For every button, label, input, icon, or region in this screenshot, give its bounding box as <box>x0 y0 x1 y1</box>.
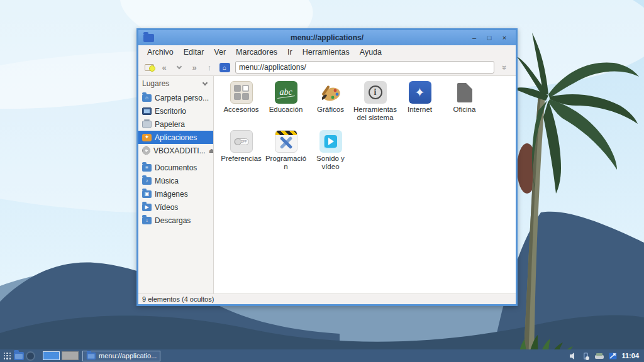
go-icon: » <box>500 65 509 69</box>
places-dropdown[interactable]: Lugares <box>138 76 213 91</box>
app-category-label: Accesorios <box>219 106 264 114</box>
forward-button[interactable]: » <box>187 60 201 74</box>
app-category-programacion[interactable]: Programación <box>264 130 308 177</box>
desktop: menu://applications/ – □ × Archivo Edita… <box>0 0 644 362</box>
network-icon[interactable] <box>609 352 617 360</box>
applications-icon: ✦ <box>142 134 152 141</box>
sidebar-item-music[interactable]: ♪ Música <box>138 174 213 187</box>
menu-ir[interactable]: Ir <box>282 47 297 58</box>
sidebar-item-home[interactable]: ⌂ Carpeta perso... <box>138 91 213 104</box>
chevron-down-icon <box>177 63 182 69</box>
close-button[interactable]: × <box>498 32 511 43</box>
menubar: Archivo Editar Ver Marcadores Ir Herrami… <box>138 45 516 59</box>
window-title: menu://applications/ <box>138 33 516 42</box>
sidebar-item-label: Descargas <box>155 216 191 225</box>
sidebar-item-label: VBOXADDITI... <box>153 146 206 155</box>
education-icon: abc <box>275 81 297 104</box>
clock[interactable]: 11:04 <box>621 352 639 359</box>
app-category-sonido-y-video[interactable]: Sonido y vídeo <box>308 130 353 177</box>
preferences-icon: OFF <box>230 130 253 153</box>
home-icon: ⌂ <box>219 63 230 72</box>
address-bar-input[interactable] <box>235 61 494 74</box>
workspace-2[interactable] <box>62 351 79 360</box>
back-button[interactable]: « <box>157 60 171 74</box>
history-dropdown-button[interactable] <box>172 60 186 74</box>
sidebar-item-label: Música <box>155 177 179 185</box>
home-button[interactable]: ⌂ <box>218 60 231 74</box>
new-tab-button[interactable] <box>142 60 156 74</box>
app-category-label: Oficina <box>442 106 487 114</box>
sound-video-icon <box>319 130 342 153</box>
trash-icon <box>142 121 152 128</box>
app-category-preferencias[interactable]: OFF Preferencias <box>219 130 264 177</box>
folder-icon <box>87 352 96 359</box>
app-menu-icon[interactable] <box>3 351 12 361</box>
sidebar-item-desktop[interactable]: Escritorio <box>138 104 213 118</box>
sidebar-item-vboxadditions[interactable]: VBOXADDITI... ⏏ <box>138 144 213 157</box>
places-label: Lugares <box>142 79 169 88</box>
menu-ayuda[interactable]: Ayuda <box>355 47 387 58</box>
titlebar[interactable]: menu://applications/ – □ × <box>138 30 516 45</box>
workspace-1[interactable] <box>43 351 60 360</box>
internet-icon: ✦ <box>409 81 431 104</box>
volume-icon[interactable] <box>569 352 577 360</box>
menu-editar[interactable]: Editar <box>179 47 209 58</box>
music-folder-icon: ♪ <box>142 177 152 185</box>
sidebar-item-label: Documentos <box>155 163 197 172</box>
app-category-accesorios[interactable]: Accesorios <box>219 81 264 128</box>
menu-herramientas[interactable]: Herramientas <box>297 47 355 58</box>
documents-folder-icon: ≡ <box>142 164 152 172</box>
sidebar-item-label: Escritorio <box>155 107 186 116</box>
file-manager-window: menu://applications/ – □ × Archivo Edita… <box>136 28 518 306</box>
app-category-educacion[interactable]: abc Educación <box>264 81 308 128</box>
sidebar-item-label: Imágenes <box>155 190 188 199</box>
videos-folder-icon: ▶ <box>142 204 152 211</box>
browser-launcher-icon[interactable] <box>26 351 35 361</box>
app-category-label: Herramientas del sistema <box>353 106 397 122</box>
chevron-down-icon <box>203 80 208 85</box>
sidebar-item-documents[interactable]: ≡ Documentos <box>138 161 213 174</box>
sidebar-item-applications[interactable]: ✦ Aplicaciones <box>138 131 213 144</box>
app-category-oficina[interactable]: Oficina <box>442 81 487 128</box>
pictures-folder-icon: ▣ <box>142 190 152 198</box>
power-manager-icon[interactable] <box>582 352 590 360</box>
sidebar-item-videos[interactable]: ▶ Vídeos <box>138 200 213 214</box>
sidebar-item-trash[interactable]: Papelera <box>138 118 213 131</box>
accessories-icon <box>230 81 253 104</box>
home-folder-icon: ⌂ <box>142 94 152 102</box>
menu-archivo[interactable]: Archivo <box>142 47 179 58</box>
go-button[interactable]: » <box>498 60 512 74</box>
task-button-file-manager[interactable]: menu://applicatio... <box>82 351 160 361</box>
statusbar: 9 elementos (4 ocultos) <box>138 293 516 304</box>
sidebar-item-downloads[interactable]: ↓ Descargas <box>138 214 213 227</box>
sidebar-item-label: Aplicaciones <box>155 133 197 142</box>
file-manager-launcher-icon[interactable] <box>14 352 24 360</box>
sidebar-item-label: Papelera <box>155 120 185 129</box>
sidebar-item-label: Carpeta perso... <box>155 94 209 102</box>
task-button-label: menu://applicatio... <box>99 352 157 359</box>
sidebar: Lugares ⌂ Carpeta perso... Escritorio Pa… <box>138 76 214 293</box>
app-category-label: Preferencias <box>219 155 264 163</box>
toolbar: « » ↑ ⌂ » <box>138 59 516 76</box>
up-button[interactable]: ↑ <box>203 60 216 74</box>
app-category-internet[interactable]: ✦ Internet <box>397 81 442 128</box>
graphics-icon <box>319 81 342 104</box>
desktop-icon <box>142 107 152 115</box>
taskbar: menu://applicatio... 11:04 <box>0 349 644 362</box>
removable-media-icon[interactable] <box>594 352 604 360</box>
icon-view[interactable]: Accesorios abc Educación <box>214 76 516 293</box>
downloads-folder-icon: ↓ <box>142 217 152 224</box>
new-tab-icon <box>145 64 154 71</box>
system-tray: 11:04 <box>569 352 641 360</box>
eject-icon[interactable]: ⏏ <box>209 147 214 154</box>
sidebar-item-pictures[interactable]: ▣ Imágenes <box>138 187 213 200</box>
app-category-label: Gráficos <box>308 106 353 114</box>
minimize-button[interactable]: – <box>468 32 480 43</box>
menu-marcadores[interactable]: Marcadores <box>231 47 282 58</box>
app-category-label: Internet <box>397 106 442 114</box>
app-category-herramientas-del-sistema[interactable]: i Herramientas del sistema <box>353 81 397 128</box>
maximize-button[interactable]: □ <box>483 32 496 43</box>
app-category-graficos[interactable]: Gráficos <box>308 81 353 128</box>
sidebar-item-label: Vídeos <box>155 203 178 212</box>
menu-ver[interactable]: Ver <box>209 47 231 58</box>
